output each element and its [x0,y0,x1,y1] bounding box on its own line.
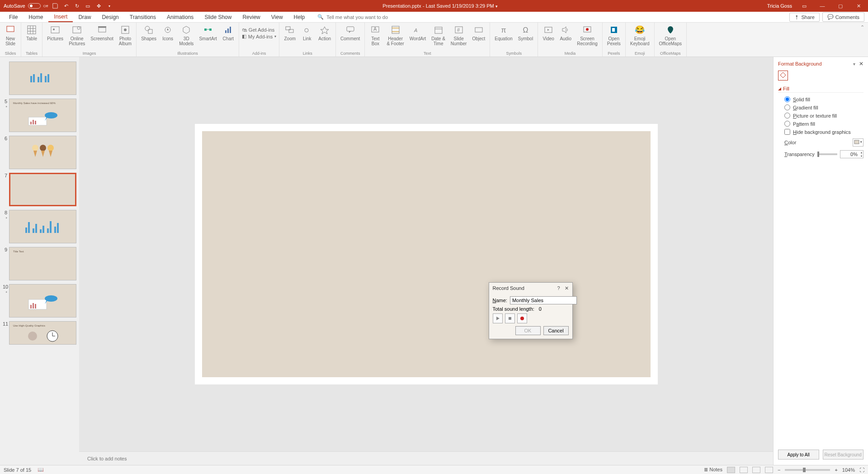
date-time-button[interactable]: Date &Time [429,24,447,47]
minimize-icon[interactable]: — [816,3,828,9]
tellme-search[interactable]: 🔍 Tell me what you want to do [317,14,388,20]
tab-review[interactable]: Review [237,12,265,22]
autosave-pill[interactable] [28,3,41,9]
ribbon-mode-icon[interactable]: ▭ [798,3,810,9]
pane-close-icon[interactable]: ✕ [859,61,863,67]
tab-insert[interactable]: Insert [48,12,73,22]
thumb-6[interactable]: 6 [0,134,79,171]
smartart-button[interactable]: SmartArt [197,24,218,42]
gradient-fill-radio[interactable]: Gradient fill [784,104,863,110]
shapes-button[interactable]: Shapes [139,24,158,42]
normal-view-icon[interactable] [727,467,735,473]
tab-draw[interactable]: Draw [73,12,96,22]
screen-recording-button[interactable]: ScreenRecording [575,24,599,47]
slideshow-view-icon[interactable] [765,467,773,473]
user-name[interactable]: Tricia Goss [767,3,792,9]
fill-category-icon[interactable] [778,71,788,81]
action-button[interactable]: Action [316,24,333,42]
current-slide[interactable]: Record Sound ? ✕ Name: [195,124,658,384]
equation-button[interactable]: πEquation [493,24,514,42]
stop-button[interactable] [505,313,515,323]
zoom-slider[interactable] [785,469,830,471]
icons-button[interactable]: Icons [160,24,175,42]
ok-button[interactable]: OK [515,326,541,335]
autosave-toggle[interactable]: AutoSave Off [4,3,48,9]
thumb-7[interactable]: 7 [0,171,79,208]
play-button[interactable] [493,313,503,323]
zoom-in-icon[interactable]: + [835,467,837,473]
qat-more-icon[interactable]: ▾ [106,2,113,9]
audio-button[interactable]: Audio [558,24,573,42]
fill-section-header[interactable]: ◢Fill [778,85,863,93]
tab-slideshow[interactable]: Slide Show [199,12,237,22]
transparency-value[interactable]: 0%▴▾ [840,150,863,158]
online-pictures-button[interactable]: OnlinePictures [67,24,87,47]
zoom-button[interactable]: Zoom [282,24,297,42]
link-button[interactable]: Link [299,24,315,42]
slide-number-button[interactable]: #SlideNumber [449,24,469,47]
sound-name-input[interactable] [510,296,577,304]
undo-icon[interactable]: ↶ [62,2,70,9]
spellcheck-icon[interactable]: 📖 [38,467,44,473]
thumb-9[interactable]: 9Title Text [0,245,79,282]
thumb-11[interactable]: 11Use High-Quality Graphics [0,319,79,346]
fit-window-icon[interactable]: ⛶ [859,467,864,473]
pexels-button[interactable]: OpenPexels [605,24,623,47]
collapse-ribbon-icon[interactable]: ⌃ [857,23,868,57]
apply-to-all-button[interactable]: Apply to All [778,450,819,460]
record-button[interactable] [517,313,527,323]
screenshot-button[interactable]: Screenshot [89,24,115,42]
pane-dropdown-icon[interactable]: ▾ [853,62,855,66]
tab-animations[interactable]: Animations [161,12,199,22]
tab-view[interactable]: View [266,12,288,22]
slide-thumbnails[interactable]: 5*Monthly Sales have increased 60% 6 7 8… [0,57,79,465]
new-slide-button[interactable]: NewSlide [3,24,18,47]
officemaps-button[interactable]: OpenOfficeMaps [657,24,684,47]
maximize-icon[interactable]: ▢ [835,3,846,9]
notes-toggle[interactable]: ≣ Notes [704,467,722,473]
close-icon[interactable]: ✕ [853,3,864,9]
transparency-slider[interactable] [817,153,837,155]
comments-button[interactable]: 💬Comments [822,12,864,22]
reading-view-icon[interactable] [752,467,760,473]
thumb-8[interactable]: 8* [0,208,79,245]
zoom-level[interactable]: 104% [842,467,855,473]
chart-button[interactable]: Chart [221,24,236,42]
symbol-button[interactable]: ΩSymbol [516,24,535,42]
get-addins-button[interactable]: 🛍Get Add-ins [242,27,276,33]
picture-fill-radio[interactable]: Picture or texture fill [784,113,863,118]
color-picker[interactable]: ▾ [853,138,863,147]
share-button[interactable]: ⭱Share [789,13,819,22]
redo-icon[interactable]: ↻ [73,2,80,9]
emoji-button[interactable]: 😂EmojiKeyboard [628,24,651,47]
3d-models-button[interactable]: 3DModels [177,24,195,47]
object-button[interactable]: Object [470,24,487,42]
cancel-button[interactable]: Cancel [543,326,569,335]
dialog-help-icon[interactable]: ? [557,285,560,291]
header-footer-button[interactable]: Header& Footer [385,24,406,47]
zoom-out-icon[interactable]: − [778,467,780,473]
table-button[interactable]: Table [24,24,39,42]
thumb-10[interactable]: 10* [0,282,79,319]
tab-help[interactable]: Help [288,12,311,22]
text-box-button[interactable]: ATextBox [368,24,383,47]
solid-fill-radio[interactable]: Solid fill [784,96,863,102]
pattern-fill-radio[interactable]: Pattern fill [784,121,863,127]
my-addins-button[interactable]: ◧My Add-ins ▾ [242,33,276,39]
tab-file[interactable]: File [4,12,23,22]
notes-pane[interactable]: Click to add notes [79,451,773,465]
hide-graphics-check[interactable]: Hide background graphics [784,129,863,135]
tab-home[interactable]: Home [23,12,48,22]
sorter-view-icon[interactable] [740,467,748,473]
tab-transitions[interactable]: Transitions [124,12,161,22]
tab-design[interactable]: Design [96,12,124,22]
present-icon[interactable]: ▭ [84,2,91,9]
thumb-5[interactable]: 5*Monthly Sales have increased 60% [0,97,79,134]
touch-icon[interactable]: ✥ [95,2,102,9]
pictures-button[interactable]: Pictures [45,24,65,42]
reset-background-button[interactable]: Reset Background [823,450,864,460]
dialog-close-icon[interactable]: ✕ [565,285,569,291]
thumb-4[interactable] [0,60,79,97]
save-icon[interactable] [52,2,59,9]
photo-album-button[interactable]: PhotoAlbum [117,24,133,47]
